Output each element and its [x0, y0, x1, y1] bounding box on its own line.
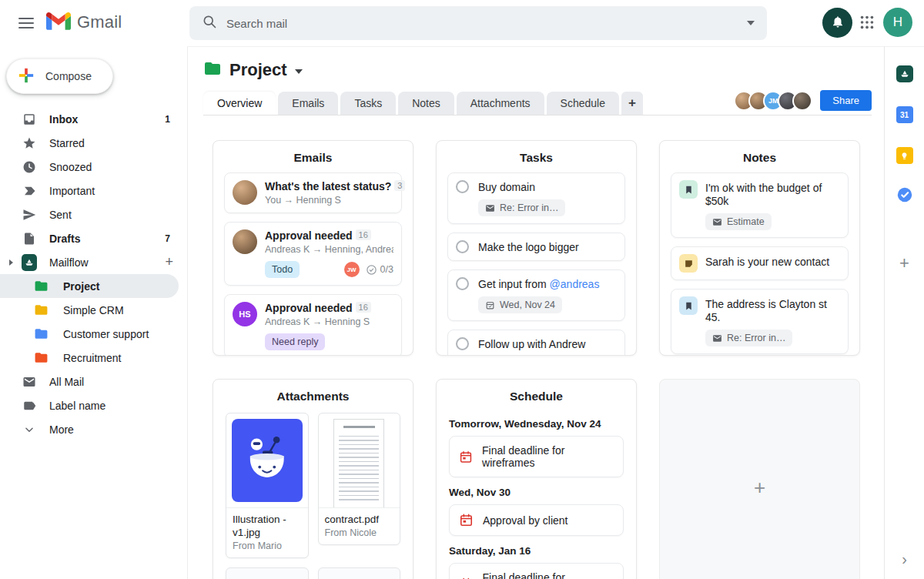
search-options-caret-icon[interactable] — [747, 21, 755, 25]
task-checkbox[interactable] — [456, 180, 469, 193]
task-checkbox[interactable] — [456, 277, 469, 290]
mailflow-addon-icon[interactable] — [896, 65, 913, 82]
tab-overview[interactable]: Overview — [203, 92, 276, 115]
expand-caret-icon[interactable] — [9, 259, 13, 266]
google-tasks-icon[interactable] — [896, 186, 913, 203]
label-tag-icon — [22, 398, 37, 413]
task-item[interactable]: Follow up with Andrew — [447, 330, 625, 356]
due-date-chip[interactable]: Wed, Nov 24 — [478, 296, 562, 313]
google-keep-icon[interactable] — [896, 147, 913, 164]
collapse-panel-chevron-icon[interactable]: › — [885, 551, 924, 567]
thread-count-badge: 3 — [394, 180, 405, 191]
folder-icon — [34, 303, 49, 318]
schedule-card: Schedule Tomorrow, Wednesday, Nov 24 Fin… — [436, 379, 637, 579]
red-calendar-icon — [459, 513, 474, 527]
tab-attachments[interactable]: Attachments — [457, 92, 544, 115]
sidebar-item-snoozed[interactable]: Snoozed — [0, 155, 187, 179]
sidebar-item-starred[interactable]: Starred — [0, 131, 187, 155]
get-addons-plus-icon[interactable]: + — [885, 253, 924, 273]
sidebar-item-label-name[interactable]: Label name — [0, 393, 187, 417]
assignee-avatar[interactable]: JW — [344, 262, 360, 277]
sidebar-item-drafts[interactable]: Drafts 7 — [0, 226, 187, 250]
email-item[interactable]: Approval needed16 Andreas K → Henning, A… — [224, 222, 402, 286]
note-text: I'm ok with the budget of $50k — [705, 180, 840, 208]
sidebar-board-project[interactable]: Project — [0, 274, 179, 298]
email-subject: Approval needed — [265, 229, 353, 242]
draft-file-icon — [22, 231, 37, 246]
task-checkbox[interactable] — [456, 240, 469, 253]
attachment-tile[interactable]: Illustration - v1.jpg From Mario — [226, 413, 309, 558]
tab-emails[interactable]: Emails — [278, 92, 338, 115]
search-input[interactable] — [226, 17, 747, 30]
attachment-tile[interactable]: contract.pdf From Nicole — [318, 413, 401, 545]
thread-count-badge: 16 — [356, 229, 371, 240]
task-item[interactable]: Get input from @andreas Wed, Nov 24 — [447, 269, 625, 321]
emails-card: Emails What's the latest status?3 You → … — [213, 140, 413, 356]
compose-button[interactable]: Compose — [6, 59, 113, 94]
status-chip[interactable]: Todo — [265, 261, 300, 278]
tab-notes[interactable]: Notes — [398, 92, 454, 115]
sidebar-item-more[interactable]: More — [0, 417, 187, 441]
collaborator-avatar[interactable] — [792, 91, 812, 111]
tab-tasks[interactable]: Tasks — [340, 92, 396, 115]
attachment-pdf-preview — [319, 413, 400, 507]
schedule-event[interactable]: Final deadline for wireframes — [449, 436, 624, 477]
schedule-card-title: Schedule — [437, 380, 636, 411]
sidebar-board-customer-support[interactable]: Customer support — [0, 322, 187, 346]
sidebar-board-simple-crm[interactable]: Simple CRM — [0, 298, 187, 322]
mention-link[interactable]: @andreas — [550, 278, 600, 290]
email-item[interactable]: What's the latest status?3 You → Henning… — [224, 172, 402, 213]
send-icon — [22, 207, 37, 223]
task-checkbox[interactable] — [456, 337, 469, 350]
board-menu-caret-icon[interactable] — [295, 69, 303, 74]
gmail-app: Gmail H — [0, 0, 924, 579]
important-marker-icon — [22, 183, 37, 199]
linked-email-chip[interactable]: Re: Error in… — [478, 199, 565, 216]
red-calendar-icon — [459, 450, 473, 464]
add-board-plus[interactable]: + — [165, 254, 173, 270]
note-yellow-icon — [679, 254, 698, 273]
star-icon — [22, 136, 37, 151]
envelope-icon — [485, 203, 495, 213]
schedule-event[interactable]: Final deadline for submitting — [449, 563, 624, 579]
calendar-icon — [485, 300, 495, 310]
tab-schedule[interactable]: Schedule — [547, 92, 619, 115]
share-button[interactable]: Share — [820, 90, 872, 111]
task-item[interactable]: Buy domain Re: Error in… — [447, 172, 625, 224]
status-chip[interactable]: Need reply — [265, 333, 325, 350]
hamburger-menu-icon[interactable] — [15, 12, 37, 34]
sidebar-item-all-mail[interactable]: All Mail — [0, 370, 187, 393]
schedule-date-heading: Saturday, Jan 16 — [449, 545, 624, 557]
left-sidebar: Compose Inbox 1 Starred Snoozed Importan… — [0, 46, 187, 579]
gmail-m-icon — [46, 11, 71, 33]
notifications-button[interactable] — [822, 8, 852, 38]
linked-email-chip[interactable]: Estimate — [705, 213, 772, 230]
linked-email-chip[interactable]: Re: Error in… — [705, 330, 792, 346]
search-bar[interactable] — [189, 6, 767, 40]
sidebar-item-mailflow[interactable]: Mailflow + — [0, 250, 187, 274]
google-apps-grid-icon[interactable] — [856, 12, 878, 34]
sidebar-item-important[interactable]: Important — [0, 179, 187, 202]
profile-avatar[interactable]: H — [883, 8, 912, 37]
bookmark-green-icon — [679, 180, 698, 199]
note-item[interactable]: I'm ok with the budget of $50k Estimate — [671, 172, 849, 238]
add-tab-button[interactable]: + — [621, 92, 643, 115]
note-item[interactable]: The address is Clayton st 45. Re: Error … — [671, 289, 849, 354]
attachment-tile[interactable] — [226, 567, 309, 579]
task-title: Get input from @andreas — [478, 278, 599, 290]
attachment-tile[interactable] — [318, 567, 401, 579]
sidebar-board-recruitment[interactable]: Recruitment — [0, 346, 187, 370]
google-calendar-icon[interactable]: 31 — [896, 106, 913, 123]
task-item[interactable]: Make the logo bigger — [447, 233, 625, 261]
sidebar-item-inbox[interactable]: Inbox 1 — [0, 107, 187, 131]
schedule-event[interactable]: Approval by client — [449, 504, 624, 536]
inbox-count: 1 — [165, 114, 170, 125]
mailflow-boat-icon — [22, 255, 37, 270]
add-widget-card[interactable]: + — [659, 379, 860, 579]
task-title: Make the logo bigger — [478, 241, 579, 253]
note-item[interactable]: Sarah is your new contact — [671, 246, 849, 280]
sidebar-item-sent[interactable]: Sent — [0, 202, 187, 226]
add-widget-plus-icon[interactable]: + — [660, 380, 859, 579]
email-item[interactable]: HS Approval needed16 Andreas K → Henning… — [224, 294, 402, 356]
envelope-icon — [712, 217, 722, 227]
